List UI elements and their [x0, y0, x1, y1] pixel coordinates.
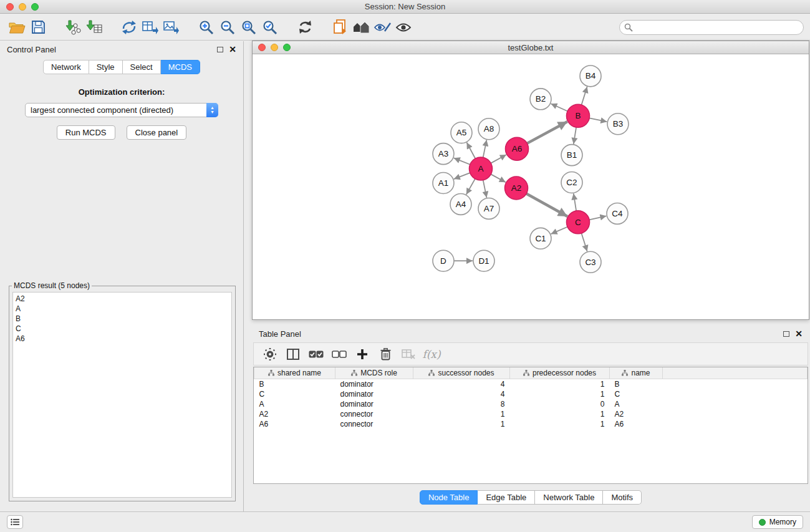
tab-network[interactable]: Network [43, 60, 89, 74]
save-session-button[interactable] [27, 17, 49, 37]
network-canvas[interactable]: B4B2BB3A5A8A6B1A3AC2A1A2A4A7C4CC1C3DD1 [253, 55, 809, 319]
graph-edge[interactable] [527, 122, 567, 143]
open-session-button[interactable] [6, 17, 27, 37]
table-cell-filler [663, 399, 808, 409]
optimization-criterion-label: Optimization criterion: [0, 87, 243, 97]
mcds-result-item[interactable]: A6 [16, 334, 229, 344]
table-row[interactable]: A2connector11A2 [254, 409, 808, 419]
mcds-result-item[interactable]: A2 [16, 294, 229, 304]
deselect-all-button[interactable] [330, 346, 348, 363]
graph-edge[interactable] [466, 143, 475, 159]
graph-edge[interactable] [589, 216, 606, 220]
graph-node-label: B4 [586, 71, 596, 80]
tab-select[interactable]: Select [123, 60, 161, 74]
float-table-panel-icon[interactable] [783, 331, 789, 337]
tab-style[interactable]: Style [89, 60, 123, 74]
table-row[interactable]: Adominator80A [254, 399, 808, 409]
import-table-button[interactable] [84, 17, 105, 37]
show-columns-button[interactable] [284, 346, 302, 363]
table-cell: A [610, 399, 663, 409]
select-all-button[interactable] [307, 346, 325, 363]
graph-edge[interactable] [582, 233, 587, 251]
home-button[interactable] [350, 17, 372, 37]
graph-edge[interactable] [454, 173, 470, 179]
graph-node-label: C [575, 218, 581, 227]
graph-edge[interactable] [491, 174, 506, 182]
tab-node-table[interactable]: Node Table [420, 490, 478, 505]
zoom-out-button[interactable] [217, 17, 238, 37]
mcds-result-list[interactable]: A2ABCA6 [12, 292, 232, 498]
graph-node-label: C2 [566, 178, 577, 187]
table-cell: A6 [610, 419, 663, 429]
graph-node-label: A8 [484, 124, 494, 133]
graph-edge[interactable] [551, 227, 568, 234]
table-settings-button[interactable] [261, 346, 279, 363]
mcds-result-item[interactable]: C [16, 324, 229, 334]
show-graphics-button[interactable] [393, 17, 414, 37]
function-builder-button[interactable]: f(x) [423, 346, 440, 363]
graph-edge[interactable] [574, 193, 576, 211]
style-preview-button[interactable] [372, 17, 393, 37]
graph-edge[interactable] [483, 140, 487, 157]
task-history-button[interactable] [7, 515, 23, 529]
column-header-name[interactable]: name [610, 367, 663, 379]
mcds-result-item[interactable]: A [16, 304, 229, 314]
graph-edge[interactable] [491, 155, 506, 163]
table-header-row: shared name MCDS role successor nodes pr… [254, 367, 808, 379]
graph-edge[interactable] [526, 193, 567, 216]
import-network-button[interactable] [62, 17, 84, 37]
graph-node-label: B2 [536, 94, 546, 104]
graph-node-label: C4 [612, 209, 623, 218]
column-header-successor-nodes[interactable]: successor nodes [413, 367, 510, 379]
tab-mcds[interactable]: MCDS [161, 60, 200, 74]
graph-node-label: B3 [613, 119, 624, 128]
run-mcds-button[interactable]: Run MCDS [57, 125, 115, 140]
table-row[interactable]: A6connector11A6 [254, 419, 808, 429]
close-table-panel-icon[interactable]: ✕ [795, 331, 803, 337]
snapshot-button[interactable] [329, 17, 350, 37]
graph-node-label: A1 [438, 178, 449, 188]
new-network-button[interactable] [118, 17, 140, 37]
zoom-fit-button[interactable] [238, 17, 259, 37]
export-image-button[interactable] [161, 17, 182, 37]
import-network-icon [65, 20, 81, 35]
tab-motifs[interactable]: Motifs [603, 490, 642, 505]
criterion-dropdown[interactable]: largest connected component (directed) ▲… [25, 103, 218, 117]
tab-edge-table[interactable]: Edge Table [478, 490, 535, 505]
refresh-button[interactable] [294, 17, 316, 37]
list-icon [11, 518, 19, 526]
graph-edge[interactable] [483, 180, 487, 198]
network-view-window: testGlobe.txt B4B2BB3A5A8A6B1A3AC2A1A2A4… [252, 41, 809, 320]
search-input[interactable] [619, 20, 804, 35]
table-cell: A2 [610, 409, 663, 419]
close-panel-icon[interactable]: ✕ [229, 46, 236, 52]
zoom-selected-button[interactable] [259, 17, 281, 37]
column-header-predecessor-nodes[interactable]: predecessor nodes [510, 367, 610, 379]
float-panel-icon[interactable] [217, 47, 223, 52]
graph-node-label: A6 [512, 144, 523, 153]
graph-edge[interactable] [574, 127, 576, 144]
new-table-button[interactable] [140, 17, 161, 37]
node-table: shared name MCDS role successor nodes pr… [253, 367, 808, 484]
add-column-button[interactable] [354, 346, 371, 363]
graph-edge[interactable] [454, 158, 470, 164]
control-panel-header: Control Panel ✕ [0, 41, 243, 57]
close-panel-button[interactable]: Close panel [127, 125, 187, 140]
network-graph[interactable]: B4B2BB3A5A8A6B1A3AC2A1A2A4A7C4CC1C3DD1 [253, 55, 809, 319]
delete-table-button[interactable] [400, 346, 417, 363]
graph-edge[interactable] [466, 179, 475, 195]
delete-column-button[interactable] [377, 346, 394, 363]
zoom-in-icon [198, 19, 215, 36]
tab-network-table[interactable]: Network Table [535, 490, 603, 505]
column-header-shared-name[interactable]: shared name [254, 367, 335, 379]
graph-edge[interactable] [582, 87, 587, 105]
graph-edge[interactable] [551, 104, 567, 111]
table-row[interactable]: Bdominator41B [254, 379, 808, 390]
memory-button[interactable]: Memory [752, 515, 803, 529]
graph-edge[interactable] [589, 118, 607, 122]
mcds-result-item[interactable]: B [16, 314, 229, 324]
graph-node-label: A4 [456, 200, 466, 209]
table-row[interactable]: Cdominator41C [254, 389, 808, 399]
zoom-in-button[interactable] [196, 17, 217, 37]
column-header-mcds-role[interactable]: MCDS role [335, 367, 413, 379]
